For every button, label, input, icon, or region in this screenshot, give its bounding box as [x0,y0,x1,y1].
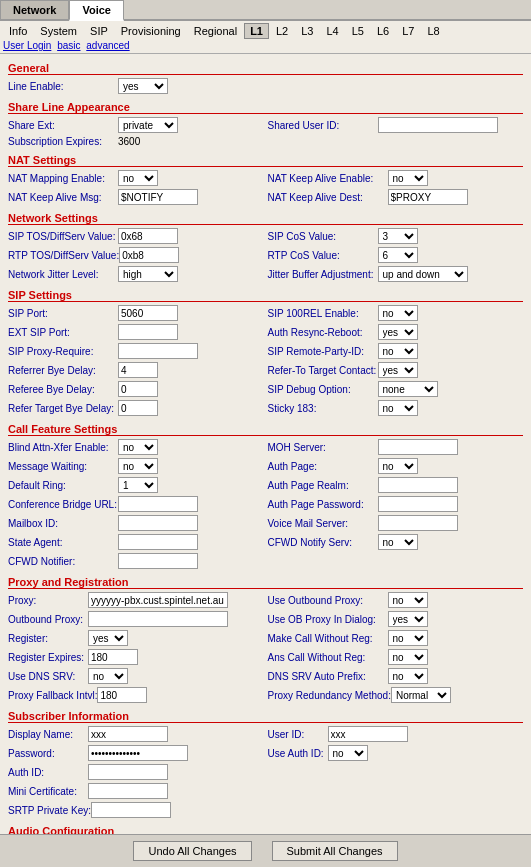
state-agent-input[interactable] [118,534,198,550]
nav-item-system[interactable]: System [34,23,83,39]
nat-keep-alive-msg-input[interactable] [118,189,198,205]
sip-remote-party-select[interactable]: noyes [378,343,418,359]
use-auth-id-select[interactable]: noyes [328,745,368,761]
nav-item-l8[interactable]: L8 [421,23,445,39]
auth-page-password-label: Auth Page Password: [268,499,378,510]
network-jitter-select[interactable]: highmediumlow [118,266,178,282]
nav-item-l7[interactable]: L7 [396,23,420,39]
tab-network[interactable]: Network [0,0,69,19]
dns-srv-auto-prefix-label: DNS SRV Auto Prefix: [268,671,388,682]
user-id-input[interactable] [328,726,408,742]
sip-tos-input[interactable] [118,228,178,244]
nav-item-l2[interactable]: L2 [270,23,294,39]
advanced-link[interactable]: advanced [86,40,129,51]
ans-call-without-reg-select[interactable]: noyes [388,649,428,665]
referrer-bye-delay-input[interactable] [118,362,158,378]
default-ring-select[interactable]: 12 [118,477,158,493]
cfwd-notifier-label: CFWD Notifier: [8,556,118,567]
nat-keep-alive-enable-select[interactable]: noyes [388,170,428,186]
dns-srv-auto-prefix-select[interactable]: noyes [388,668,428,684]
proxy-redundancy-method-label: Proxy Redundancy Method: [268,690,391,701]
user-login-link[interactable]: User Login [3,40,51,51]
proxy-redundancy-method-select[interactable]: Normal [391,687,451,703]
shared-user-id-input[interactable] [378,117,498,133]
outbound-proxy-label: Outbound Proxy: [8,614,88,625]
voice-mail-label: Voice Mail Server: [268,518,378,529]
auth-page-realm-input[interactable] [378,477,458,493]
ext-sip-port-input[interactable] [118,324,178,340]
register-select[interactable]: yesno [88,630,128,646]
password-input[interactable] [88,745,188,761]
display-name-input[interactable] [88,726,168,742]
tab-voice[interactable]: Voice [69,0,124,21]
srtp-private-key-input[interactable] [91,802,171,818]
submit-all-changes-button[interactable]: Submit All Changes [272,841,398,861]
auth-id-input[interactable] [88,764,168,780]
shared-user-id-label: Shared User ID: [268,120,378,131]
nav-item-provisioning[interactable]: Provisioning [115,23,187,39]
subscription-expires-value: 3600 [118,136,140,147]
refer-to-target-select[interactable]: yesno [378,362,418,378]
voice-mail-input[interactable] [378,515,458,531]
outbound-proxy-input[interactable] [88,611,228,627]
nav-item-l3[interactable]: L3 [295,23,319,39]
ans-call-without-reg-label: Ans Call Without Reg: [268,652,388,663]
network-jitter-label: Network Jitter Level: [8,269,118,280]
register-expires-input[interactable] [88,649,138,665]
cfwd-notifier-input[interactable] [118,553,198,569]
subscription-expires-label: Subscription Expires: [8,136,118,147]
mailbox-id-input[interactable] [118,515,198,531]
moh-server-input[interactable] [378,439,458,455]
line-enable-select[interactable]: yesno [118,78,168,94]
proxy-fallback-intvl-input[interactable] [97,687,147,703]
conference-bridge-input[interactable] [118,496,198,512]
default-ring-label: Default Ring: [8,480,118,491]
sip-remote-party-label: SIP Remote-Party-ID: [268,346,378,357]
use-ob-proxy-dialog-select[interactable]: yesno [388,611,428,627]
nav-item-regional[interactable]: Regional [188,23,243,39]
nav-item-sip[interactable]: SIP [84,23,114,39]
nav-item-l6[interactable]: L6 [371,23,395,39]
auth-page-label: Auth Page: [268,461,378,472]
sip-proxy-require-input[interactable] [118,343,198,359]
sticky-183-select[interactable]: noyes [378,400,418,416]
make-call-without-reg-select[interactable]: noyes [388,630,428,646]
nav-item-l4[interactable]: L4 [320,23,344,39]
proxy-input[interactable] [88,592,228,608]
buttons-bar: Undo All Changes Submit All Changes [0,834,531,867]
auth-resync-select[interactable]: yesno [378,324,418,340]
message-waiting-select[interactable]: noyes [118,458,158,474]
auth-resync-label: Auth Resync-Reboot: [268,327,378,338]
sip-100rel-select[interactable]: noyes [378,305,418,321]
sip-proxy-require-label: SIP Proxy-Require: [8,346,118,357]
cfwd-notify-serv-select[interactable]: noyes [378,534,418,550]
nat-keep-alive-dest-input[interactable] [388,189,468,205]
use-dns-srv-select[interactable]: noyes [88,668,128,684]
jitter-buffer-label: Jitter Buffer Adjustment: [268,269,378,280]
mini-certificate-input[interactable] [88,783,168,799]
state-agent-label: State Agent: [8,537,118,548]
ext-sip-port-label: EXT SIP Port: [8,327,118,338]
refer-target-bye-delay-input[interactable] [118,400,158,416]
rtp-tos-input[interactable] [119,247,179,263]
use-outbound-select[interactable]: noyes [388,592,428,608]
undo-all-changes-button[interactable]: Undo All Changes [133,841,251,861]
auth-page-password-input[interactable] [378,496,458,512]
call-feature-section-title: Call Feature Settings [8,423,523,436]
referee-bye-delay-input[interactable] [118,381,158,397]
jitter-buffer-select[interactable]: up and downup onlydisable [378,266,468,282]
sip-cos-label: SIP CoS Value: [268,231,378,242]
make-call-without-reg-label: Make Call Without Reg: [268,633,388,644]
sip-debug-select[interactable]: nonefull [378,381,438,397]
auth-page-select[interactable]: noyes [378,458,418,474]
sip-cos-select[interactable]: 3 [378,228,418,244]
basic-link[interactable]: basic [57,40,80,51]
nat-mapping-select[interactable]: noyes [118,170,158,186]
share-ext-select[interactable]: privateshared [118,117,178,133]
nav-item-l5[interactable]: L5 [346,23,370,39]
nav-item-l1[interactable]: L1 [244,23,269,39]
blind-attn-select[interactable]: noyes [118,439,158,455]
sip-port-input[interactable] [118,305,178,321]
nav-item-info[interactable]: Info [3,23,33,39]
rtp-cos-select[interactable]: 6 [378,247,418,263]
